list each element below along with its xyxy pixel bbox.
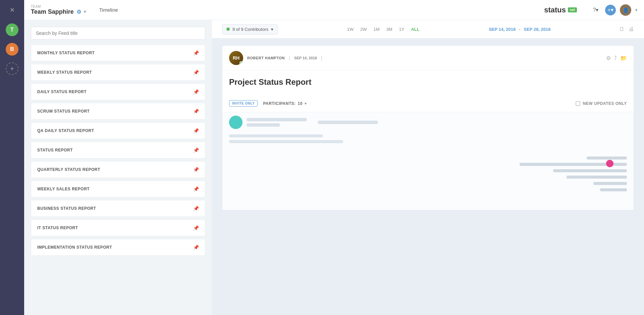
time-filter-3m[interactable]: 3M: [385, 25, 393, 33]
new-updates-checkbox[interactable]: [576, 101, 580, 106]
export-page-icon[interactable]: 🗋: [619, 26, 625, 32]
post-share-icon[interactable]: ⤴: [614, 55, 617, 61]
feed-list-item[interactable]: MONTHLY STATUS REPORT 📌: [31, 45, 205, 61]
user-avatar-t[interactable]: T: [6, 23, 18, 36]
participants-count: 10: [298, 101, 303, 106]
sidebar: ✕ T B +: [0, 0, 24, 315]
post-body: Project Status Report: [222, 71, 634, 97]
feed-list-item[interactable]: DAILY STATUS REPORT 📌: [31, 83, 205, 100]
pin-icon[interactable]: 📌: [193, 50, 199, 56]
feed-list-item[interactable]: STATUS REPORT 📌: [31, 142, 205, 159]
time-filter-2w[interactable]: 2W: [360, 25, 368, 33]
pin-icon[interactable]: 📌: [193, 109, 199, 114]
new-updates-label: NEW UPDATES ONLY: [583, 101, 627, 106]
team-chevron-icon[interactable]: ▾: [84, 9, 86, 14]
add-button[interactable]: + ▾: [605, 5, 616, 15]
post-meta: ROBERT HAMPTON | SEP 14, 2018 |: [247, 55, 602, 61]
close-button[interactable]: ✕: [0, 0, 24, 20]
feed-item-title: QUARTERLY STATUS REPORT: [37, 167, 100, 172]
feed-list-item[interactable]: IMPLEMENTATION STATUS REPORT 📌: [31, 239, 205, 256]
date-range: SEP 14, 2018 - SEP 28, 2018: [489, 27, 550, 32]
post-title: Project Status Report: [229, 77, 627, 87]
pin-icon[interactable]: 📌: [193, 186, 199, 192]
feed-search-bar: [24, 20, 212, 45]
content-text-lines: [229, 134, 627, 143]
skeleton-text-2: [229, 140, 343, 143]
brand-text: status: [544, 6, 566, 14]
skeleton-line-3: [318, 121, 378, 124]
pin-icon[interactable]: 📌: [193, 206, 199, 211]
feed-list-item[interactable]: WEEKLY SALES REPORT 📌: [31, 181, 205, 197]
post-second-section: [229, 156, 627, 203]
skeleton-line-1: [247, 118, 307, 121]
feed-panel: MONTHLY STATUS REPORT 📌 WEEKLY STATUS RE…: [24, 20, 212, 315]
content-user-lines: [247, 118, 307, 127]
feed-list-item[interactable]: QUARTERLY STATUS REPORT 📌: [31, 161, 205, 178]
main-area: TEAM Team Sapphire ⚙ ▾ Timeline status n…: [24, 0, 644, 315]
nav-timeline[interactable]: Timeline: [99, 7, 118, 13]
participants-label: PARTICIPANTS:: [263, 101, 296, 106]
feed-item-title: MONTHLY STATUS REPORT: [37, 51, 95, 55]
time-filter-1w[interactable]: 1W: [346, 25, 354, 33]
pin-icon[interactable]: 📌: [193, 245, 199, 250]
add-workspace-button[interactable]: +: [6, 62, 18, 75]
timeline-export-icons: 🗋 🖨: [619, 26, 634, 32]
post-folder-icon[interactable]: 📁: [620, 55, 627, 61]
online-indicator: [239, 61, 243, 65]
skeleton-line-2: [247, 123, 280, 127]
user-chevron-icon[interactable]: ▾: [635, 8, 637, 12]
right-skeleton-lines: [229, 156, 627, 191]
feed-list-item[interactable]: IT STATUS REPORT 📌: [31, 219, 205, 236]
time-filters: 1W2W1M3M1YALL: [346, 25, 420, 33]
pin-icon[interactable]: 📌: [193, 147, 199, 153]
settings-icon[interactable]: ⚙: [76, 9, 81, 15]
detail-panel: 9 of 9 Contributors ▾ 1W2W1M3M1YALL SEP …: [212, 20, 644, 315]
detail-content: RH ROBERT HAMPTON | SEP 14, 2018 | ⚙ ⤴: [212, 39, 644, 315]
team-name-row: Team Sapphire ⚙ ▾: [31, 8, 86, 15]
close-icon: ✕: [10, 6, 15, 14]
post-card: RH ROBERT HAMPTON | SEP 14, 2018 | ⚙ ⤴: [222, 45, 634, 210]
new-updates-check: NEW UPDATES ONLY: [576, 101, 627, 106]
feed-item-title: WEEKLY STATUS REPORT: [37, 70, 92, 75]
post-settings-icon[interactable]: ⚙: [606, 55, 611, 61]
feed-item-title: SCRUM STATUS REPORT: [37, 109, 90, 114]
time-filter-1y[interactable]: 1Y: [398, 25, 405, 33]
user-avatar-b[interactable]: B: [6, 43, 18, 56]
team-name: Team Sapphire: [31, 8, 74, 15]
team-info: TEAM Team Sapphire ⚙ ▾: [31, 5, 86, 15]
contributors-label: 9 of 9 Contributors: [232, 27, 268, 32]
post-content-preview: [222, 112, 634, 210]
print-icon[interactable]: 🖨: [629, 26, 634, 32]
brand-logo: status net: [544, 6, 577, 14]
participants-chevron-icon[interactable]: ▾: [305, 101, 307, 106]
search-input[interactable]: [31, 27, 205, 40]
feed-item-title: DAILY STATUS REPORT: [37, 89, 87, 94]
post-author-name: ROBERT HAMPTON: [247, 56, 285, 60]
time-filter-1m[interactable]: 1M: [373, 25, 380, 33]
header: TEAM Team Sapphire ⚙ ▾ Timeline status n…: [24, 0, 644, 20]
pink-indicator-dot: [606, 160, 613, 167]
feed-list-item[interactable]: WEEKLY STATUS REPORT 📌: [31, 64, 205, 81]
feed-list-item[interactable]: QA DAILY STATUS REPORT 📌: [31, 122, 205, 139]
time-filter-all[interactable]: ALL: [410, 25, 420, 33]
post-author-avatar: RH: [229, 51, 243, 65]
brand-badge: net: [568, 7, 577, 12]
add-icon: +: [10, 65, 14, 73]
pin-icon[interactable]: 📌: [193, 70, 199, 75]
post-date: SEP 14, 2018: [294, 56, 317, 60]
contributors-dropdown[interactable]: 9 of 9 Contributors ▾: [222, 24, 278, 35]
feed-list-item[interactable]: BUSINESS STATUS REPORT 📌: [31, 200, 205, 217]
pin-icon[interactable]: 📌: [193, 89, 199, 94]
feed-list-item[interactable]: SCRUM STATUS REPORT 📌: [31, 103, 205, 120]
help-icon: ?: [593, 7, 596, 13]
help-button[interactable]: ? ▾: [590, 5, 601, 15]
pin-icon[interactable]: 📌: [193, 167, 199, 172]
post-meta-divider: |: [289, 55, 290, 61]
team-label: TEAM: [31, 5, 86, 8]
pin-icon[interactable]: 📌: [193, 128, 199, 133]
invite-only-badge: INVITE ONLY: [229, 100, 258, 107]
plus-icon: +: [607, 7, 610, 13]
contributors-chevron-icon: ▾: [271, 27, 273, 32]
pin-icon[interactable]: 📌: [193, 225, 199, 231]
user-profile-button[interactable]: 👤: [620, 4, 631, 16]
